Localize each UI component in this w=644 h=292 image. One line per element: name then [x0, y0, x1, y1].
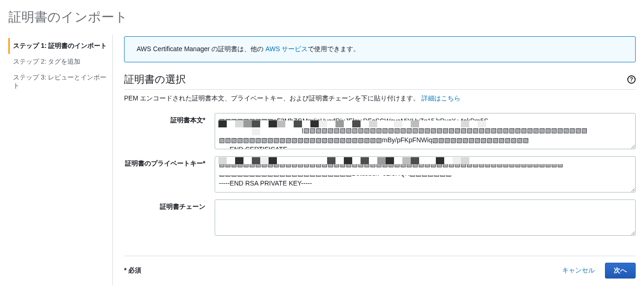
main-content: AWS Certificate Manager の証明書は、他の AWS サービ… [124, 34, 636, 279]
certificate-chain-label: 証明書チェーン [124, 199, 205, 212]
info-banner-text-suffix: で使用できます。 [308, 45, 360, 53]
section-title: 証明書の選択 [124, 73, 186, 86]
help-icon[interactable]: ? [627, 75, 636, 84]
footer-divider [124, 256, 636, 256]
step-2-add-tags[interactable]: ステップ 2: タグを追加 [8, 54, 112, 70]
certificate-body-label: 証明書本文* [124, 113, 205, 125]
cancel-button[interactable]: キャンセル [562, 266, 595, 275]
step-3-review-and-import[interactable]: ステップ 3: レビューとインポート [8, 70, 112, 94]
page-title: 証明書のインポート [8, 0, 636, 34]
step-1-import-certificate[interactable]: ステップ 1: 証明書のインポート [8, 38, 112, 54]
wizard-steps-sidebar: ステップ 1: 証明書のインポート ステップ 2: タグを追加 ステップ 3: … [8, 34, 113, 285]
aws-services-link[interactable]: AWS サービス [265, 45, 308, 53]
next-button[interactable]: 次へ [605, 263, 636, 279]
certificate-private-key-label: 証明書のプライベートキー* [124, 156, 205, 168]
info-banner-text-prefix: AWS Certificate Manager の証明書は、他の [137, 45, 265, 53]
certificate-chain-textarea[interactable] [215, 199, 636, 236]
learn-more-link[interactable]: 詳細はこちら [421, 94, 460, 102]
certificate-private-key-textarea[interactable] [215, 156, 636, 192]
required-fields-note: * 必須 [124, 266, 141, 275]
info-banner: AWS Certificate Manager の証明書は、他の AWS サービ… [124, 36, 636, 62]
certificate-body-textarea[interactable] [215, 113, 636, 149]
section-description: PEM エンコードされた証明書本文、プライベートキー、および証明書チェーンを下に… [124, 94, 420, 102]
